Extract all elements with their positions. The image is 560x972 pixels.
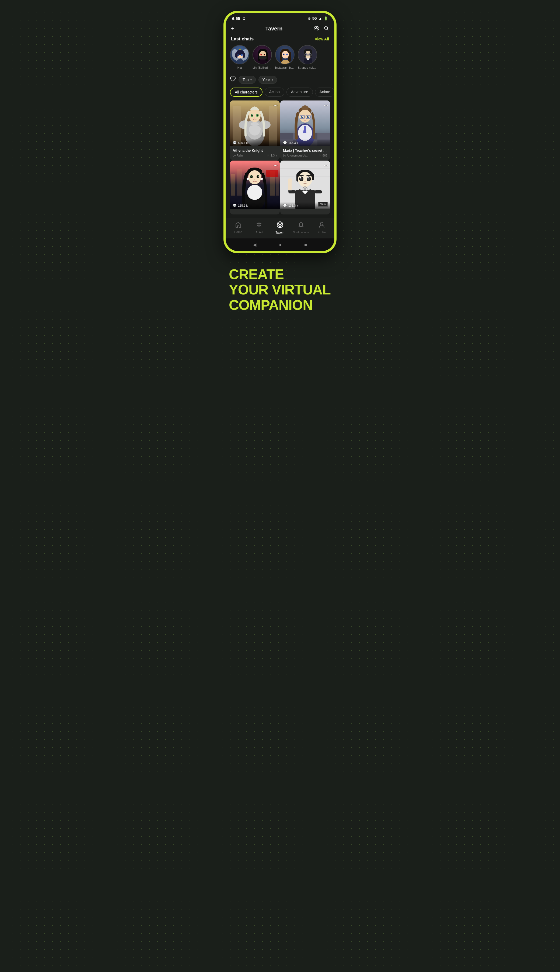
heart-icon-2: ♡ [318,154,322,157]
back-button[interactable]: ◀ [253,242,256,247]
chat-avatar-nia[interactable]: Nia [230,45,249,69]
phone-wrapper: 6:55 ⚙ ⊖ 5G ▲ 🔋 + Tavern [223,11,337,253]
chat-avatar-lily[interactable]: Lily (Bullied M... [253,45,272,69]
svg-rect-91 [266,170,278,177]
athena-chat-count: 520.6 k [238,141,248,144]
athena-more-button[interactable]: ··· [273,103,278,108]
manga-more-button[interactable]: ··· [324,163,328,169]
athena-chat-count-overlay: 💬 520.6 k [230,139,280,146]
chat-avatar-instagram[interactable]: Instagram friend [275,45,295,69]
maria-likes: ♡ 862 [318,154,327,157]
svg-point-1 [317,27,318,28]
maria-chat-count: 163.3 k [288,141,298,144]
phone-screen: 6:55 ⚙ ⊖ 5G ▲ 🔋 + Tavern [226,13,334,251]
chat-bubble-icon-4: 💬 [283,204,287,207]
svg-point-25 [264,54,265,55]
favorites-button[interactable] [230,77,236,83]
do-not-disturb-icon: ⊖ [308,17,311,20]
period-label: Year [262,78,270,82]
svg-point-24 [261,54,262,55]
tab-action[interactable]: Action [265,88,284,97]
chat-bubble-icon: 💬 [233,141,237,145]
nav-notifications-label: Notifications [293,230,309,234]
manga-image: 💬 133.3 k ··· SAW [280,160,330,209]
last-chats-title: Last chats [231,37,253,42]
manga-info [280,209,330,214]
bottom-nav: Home AI Art [226,218,334,239]
svg-point-9 [235,53,238,58]
nav-notifications[interactable]: Notifications [290,221,312,234]
svg-point-35 [283,54,284,55]
svg-point-47 [305,54,307,55]
add-button[interactable]: + [231,25,235,32]
android-nav: ◀ ● ■ [226,239,334,251]
svg-rect-29 [280,52,282,62]
svg-rect-88 [237,169,242,195]
character-card-athena[interactable]: 💬 520.6 k ··· Athena the Knight by Rain … [230,100,280,160]
home-button[interactable]: ● [279,242,282,247]
status-bar: 6:55 ⚙ ⊖ 5G ▲ 🔋 [226,13,334,23]
svg-rect-112 [288,179,289,182]
tagline-line2: YOUR VIRTUAL [229,282,331,297]
chat-avatars-row: Nia [226,45,334,73]
strange-name: Strange neigh... [298,66,317,69]
tab-adventure[interactable]: Adventure [287,88,313,97]
svg-rect-43 [310,52,312,57]
nav-home[interactable]: Home [228,222,249,234]
nav-profile[interactable]: Profile [311,221,332,234]
view-all-button[interactable]: View All [315,37,329,41]
heart-icon: ♡ [267,154,270,157]
svg-point-93 [247,185,262,200]
maria-more-button[interactable]: ··· [324,103,328,108]
nav-home-label: Home [234,230,242,234]
tagline-line1: CREATE [229,267,331,282]
svg-point-103 [261,178,263,180]
instagram-avatar [275,45,295,64]
svg-point-48 [309,54,310,55]
sort-dropdown[interactable]: Top ▾ [238,76,256,84]
tab-all-characters[interactable]: All characters [230,88,262,97]
chat-avatar-strange[interactable]: Strange neigh... [298,45,317,69]
recents-button[interactable]: ■ [304,242,307,247]
maria-author: by AnonymousUs... [283,154,308,157]
svg-rect-26 [259,56,267,59]
nav-ai-art[interactable]: AI Art [249,221,270,234]
character-card-manga[interactable]: 💬 133.3 k ··· SAW [280,160,330,214]
svg-rect-87 [231,174,235,195]
signal-icon: ▲ [318,17,322,20]
svg-point-15 [242,54,242,55]
strange-avatar [298,45,317,64]
svg-rect-90 [276,177,279,195]
tab-anime[interactable]: Anime [315,88,334,97]
svg-point-62 [252,115,253,115]
svg-point-63 [258,115,258,115]
groups-icon[interactable] [313,25,319,32]
athena-author: by Rain [233,154,243,157]
svg-rect-113 [289,178,291,182]
sort-label: Top [243,78,249,82]
gear-icon: ⚙ [242,17,246,21]
home-icon [235,222,242,229]
status-time: 6:55 [232,16,240,21]
phone-outer: 6:55 ⚙ ⊖ 5G ▲ 🔋 + Tavern [223,11,337,253]
athena-info: Athena the Knight by Rain ♡ 1.3 k [230,146,280,160]
character-card-girl[interactable]: 💬 155.9 k ··· [230,160,280,214]
search-icon[interactable] [323,25,329,32]
tagline-line3: COMPANION [229,297,331,313]
nav-tavern[interactable]: Tavern [270,221,290,234]
svg-point-14 [238,54,239,55]
instagram-name: Instagram friend [275,66,295,69]
period-dropdown[interactable]: Year ▾ [258,76,277,84]
girl-info [230,209,280,214]
last-chats-header: Last chats View All [226,35,334,45]
svg-point-123 [300,177,301,179]
header-actions [313,25,329,32]
girl-more-button[interactable]: ··· [273,163,278,169]
svg-point-100 [252,176,252,177]
svg-point-131 [279,224,281,225]
filter-bar: Top ▾ Year ▾ [226,73,334,88]
character-card-maria[interactable]: 💬 163.3 k ··· Maria | Teacher's secret r… [280,100,330,160]
svg-point-95 [248,170,261,184]
svg-point-101 [258,176,259,177]
tavern-icon [277,221,283,230]
